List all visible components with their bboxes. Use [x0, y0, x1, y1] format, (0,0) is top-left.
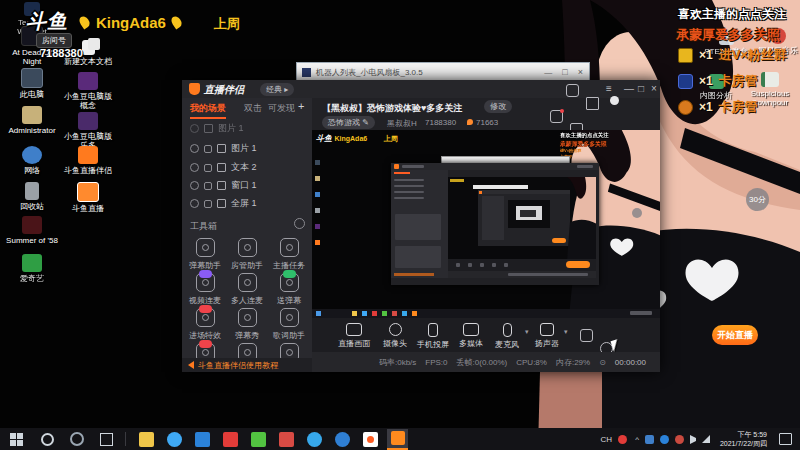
source-row[interactable]: 图片 1: [190, 142, 257, 155]
tray-person-icon[interactable]: [675, 435, 684, 444]
tray-expand-arrow[interactable]: ^: [635, 435, 639, 444]
taskbar: CH ^ 下午 5:59 2021/7/22/周四: [0, 428, 800, 450]
collapse-icon[interactable]: [294, 218, 305, 229]
microphone-button[interactable]: 麦克风: [490, 323, 524, 350]
screen-icon: [346, 323, 362, 336]
file-explorer-icon[interactable]: [139, 432, 154, 447]
microphone-icon: [503, 323, 512, 337]
visibility-eye-icon[interactable]: [190, 181, 199, 190]
camera-button[interactable]: 摄像头: [378, 323, 412, 349]
avatar[interactable]: [610, 96, 619, 105]
tool-item[interactable]: 房管助手: [226, 238, 268, 271]
phone-cast-button[interactable]: 手机投屏: [416, 323, 450, 350]
minimize-button[interactable]: —: [544, 68, 552, 77]
source-row[interactable]: 窗口 1: [190, 179, 257, 192]
source-label: 图片 1: [231, 142, 257, 155]
speaker-button[interactable]: 扬声器: [530, 323, 564, 349]
edit-button[interactable]: 修改: [484, 100, 512, 113]
tab-my-scene[interactable]: 我的场景: [190, 102, 226, 119]
desktop-icon[interactable]: Summer of '58: [6, 216, 58, 245]
tool-item[interactable]: 弹幕助手: [184, 238, 226, 271]
category-pill[interactable]: 恐怖游戏 ✎: [322, 116, 375, 129]
visibility-eye-icon[interactable]: [190, 163, 199, 172]
desktop-icon[interactable]: 小鱼豆电脑版乐多: [62, 112, 114, 150]
tool-item[interactable]: 进场特效: [184, 308, 226, 341]
cortana-icon[interactable]: [70, 432, 84, 446]
blue-bird-app-icon[interactable]: [307, 432, 322, 447]
blue-circle-app-icon[interactable]: [335, 432, 350, 447]
desktop-icon[interactable]: 网络: [6, 146, 58, 175]
mini-title-smudge: [402, 165, 424, 168]
red-app-icon[interactable]: [223, 432, 238, 447]
browser-icon[interactable]: [167, 432, 182, 447]
menu-icon[interactable]: ≡: [606, 83, 612, 94]
status-dropped-frames: 丢帧:0(0.00%): [457, 357, 508, 368]
lock-icon[interactable]: [204, 182, 212, 190]
tutorial-bar[interactable]: 斗鱼直播伴侣使用教程: [182, 358, 312, 372]
source-row-muted[interactable]: 图片 1: [190, 122, 244, 135]
desktop-icon[interactable]: 斗鱼直播伴侣: [62, 146, 114, 175]
clock[interactable]: 下午 5:59 2021/7/22/周四: [720, 430, 767, 448]
desktop-icon[interactable]: 回收站: [6, 182, 58, 211]
tool-item[interactable]: 送弹幕: [268, 273, 310, 306]
mini-studio-window: [391, 163, 599, 285]
task-view-icon[interactable]: [100, 433, 113, 446]
status-memory: 内存:29%: [556, 357, 590, 368]
limited-badge: [199, 305, 212, 313]
lock-icon[interactable]: [204, 145, 212, 153]
mini-streamer-name: KingAda6: [335, 135, 368, 142]
tool-label: 弹幕秀: [226, 330, 268, 341]
wechat-icon[interactable]: [251, 432, 266, 447]
tray-defender-icon[interactable]: [645, 435, 654, 444]
companion-app-icon-active[interactable]: [387, 429, 408, 450]
close-button[interactable]: ×: [651, 83, 657, 94]
source-row[interactable]: 文本 2: [190, 161, 257, 174]
media-button[interactable]: 多媒体: [454, 323, 488, 349]
desktop-icon[interactable]: 爱奇艺: [6, 254, 58, 283]
douyu-app-icon[interactable]: [363, 432, 378, 447]
minimize-button[interactable]: —: [624, 83, 634, 94]
search-icon[interactable]: [41, 433, 54, 446]
maximize-button[interactable]: □: [562, 67, 567, 77]
mini-window-icon[interactable]: [580, 329, 593, 342]
desktop-icon[interactable]: 小鱼豆电脑版概念: [62, 72, 114, 110]
tim-icon[interactable]: [195, 432, 210, 447]
tool-item[interactable]: 歌词助手: [268, 308, 310, 341]
tutorial-link[interactable]: 斗鱼直播伴侣使用教程: [198, 360, 278, 371]
add-scene-button[interactable]: +: [298, 100, 304, 112]
tool-item[interactable]: 主播任务: [268, 238, 310, 271]
microphone-dropdown-caret[interactable]: ▾: [525, 328, 529, 336]
visibility-eye-icon[interactable]: [190, 144, 199, 153]
tool-item[interactable]: 弹幕秀: [226, 308, 268, 341]
volume-icon[interactable]: [690, 435, 696, 444]
window-title: 机器人列表_小电风扇板_3.0.5: [316, 67, 544, 78]
language-indicator[interactable]: CH: [601, 435, 613, 444]
tab-3[interactable]: 可发现: [268, 102, 295, 115]
source-row[interactable]: 全屏 1: [190, 197, 257, 210]
mode-pill[interactable]: 经典 ▸: [260, 83, 294, 96]
filter-icon[interactable]: [586, 97, 599, 110]
start-stream-button[interactable]: 开始直播: [712, 325, 758, 345]
maximize-button[interactable]: □: [638, 83, 644, 94]
close-button[interactable]: ×: [578, 67, 583, 77]
theme-icon[interactable]: [566, 84, 579, 97]
lock-icon[interactable]: [204, 200, 212, 208]
desktop-icon[interactable]: Administrator: [6, 106, 58, 135]
action-center-icon[interactable]: [779, 433, 792, 445]
tool-item[interactable]: 视频连麦: [184, 273, 226, 306]
stream-screen-button[interactable]: 直播画面: [337, 323, 371, 349]
gift-icon[interactable]: [550, 110, 563, 123]
network-icon[interactable]: [702, 435, 710, 443]
speaker-dropdown-caret[interactable]: ▾: [564, 328, 568, 336]
visibility-eye-icon[interactable]: [190, 199, 199, 208]
desktop-icon[interactable]: 斗鱼直播: [62, 182, 114, 213]
tool-item[interactable]: 多人连麦: [226, 273, 268, 306]
start-button[interactable]: [10, 433, 23, 446]
desktop-icon[interactable]: 此电脑: [6, 68, 58, 99]
speaker-icon: [188, 361, 194, 369]
tray-red-icon[interactable]: [618, 435, 627, 444]
photos-app-icon[interactable]: [279, 432, 294, 447]
tray-check-icon[interactable]: [660, 435, 669, 444]
lock-icon[interactable]: [204, 164, 212, 172]
tab-2[interactable]: 双击: [244, 102, 262, 115]
